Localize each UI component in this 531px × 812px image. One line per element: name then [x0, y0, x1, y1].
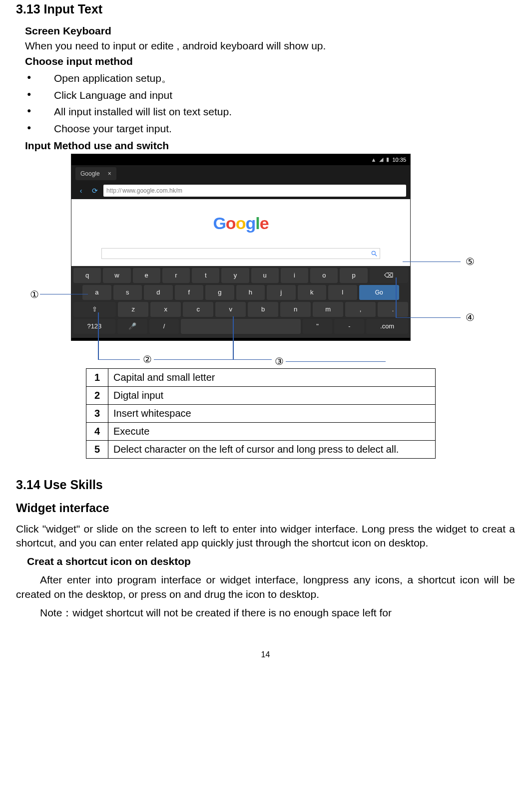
page-number: 14 [16, 650, 515, 659]
section-title-313: 3.13 Input Text [16, 0, 515, 16]
url-input[interactable]: http:// www.google.com.hk/m [103, 185, 406, 197]
key-e[interactable]: e [133, 268, 160, 283]
key-o[interactable]: o [310, 268, 338, 283]
table-row: 1 Capital and small letter [86, 368, 436, 386]
para-note: Note：widget shortcut will not be created… [16, 606, 515, 620]
key-n[interactable]: n [280, 302, 311, 317]
url-text: www.google.com.hk/m [122, 187, 182, 194]
callout-line [233, 359, 272, 360]
key-h[interactable]: h [236, 285, 265, 300]
key-g[interactable]: g [205, 285, 234, 300]
status-time: 10:35 [392, 157, 406, 163]
callout-line [98, 312, 99, 359]
key-b[interactable]: b [248, 302, 278, 317]
key-dash[interactable]: - [334, 319, 364, 334]
close-icon[interactable]: × [108, 170, 111, 177]
key-v[interactable]: v [215, 302, 246, 317]
legend-num: 3 [86, 404, 108, 422]
key-a[interactable]: a [82, 285, 111, 300]
key-c[interactable]: c [183, 302, 213, 317]
key-z[interactable]: z [118, 302, 148, 317]
key-l[interactable]: l [328, 285, 357, 300]
callout-line [154, 359, 239, 360]
bullet-item: Choose your target input. [25, 121, 515, 136]
key-u[interactable]: u [251, 268, 279, 283]
key-mic[interactable]: 🎤 [117, 319, 147, 334]
back-icon[interactable]: ‹ [75, 185, 86, 196]
key-x[interactable]: x [150, 302, 181, 317]
key-comma[interactable]: , [345, 302, 376, 317]
key-y[interactable]: y [221, 268, 249, 283]
para-shortcut: After enter into program interface or wi… [16, 573, 515, 602]
legend-text: Capital and small letter [108, 368, 436, 386]
key-s[interactable]: s [113, 285, 142, 300]
callout-line [286, 361, 386, 362]
key-symbols[interactable]: ?123 [73, 319, 115, 334]
key-k[interactable]: k [298, 285, 327, 300]
signal-icon: ◢ [379, 156, 383, 163]
key-slash[interactable]: / [149, 319, 179, 334]
battery-icon: ▮ [386, 156, 389, 163]
legend-num: 4 [86, 422, 108, 440]
key-dotcom[interactable]: .com [366, 319, 408, 334]
key-j[interactable]: j [267, 285, 296, 300]
bullet-item: Click Language and input [25, 88, 515, 103]
wifi-icon: ▲ [371, 157, 377, 163]
bullet-item: Open application setup。 [25, 71, 515, 86]
key-f[interactable]: f [175, 285, 204, 300]
key-shift[interactable]: ⇧ [73, 302, 116, 317]
key-r[interactable]: r [162, 268, 190, 283]
callout-1: ① [30, 288, 39, 300]
key-q[interactable]: q [73, 268, 101, 283]
key-i[interactable]: i [281, 268, 308, 283]
android-screenshot: ▲ ◢ ▮ 10:35 Google × ‹ ⟳ http:// www.goo… [71, 154, 411, 341]
para-widget: Click "widget" or slide on the screen to… [16, 522, 515, 551]
callout-line [403, 262, 461, 263]
callout-line [396, 277, 397, 317]
search-icon [371, 250, 378, 257]
heading-screen-keyboard: Screen Keyboard [25, 23, 515, 38]
legend-num: 2 [86, 386, 108, 404]
refresh-icon[interactable]: ⟳ [89, 185, 100, 196]
callout-line [98, 359, 140, 360]
heading-create-shortcut: Creat a shortcut icon on desktop [16, 554, 515, 569]
heading-input-switch: Input Method use and switch [25, 138, 515, 153]
onscreen-keyboard: q w e r t y u i o p ⌫ a s d f g [71, 266, 410, 338]
table-row: 5 Delect character on the left of cursor… [86, 440, 436, 458]
key-backspace[interactable]: ⌫ [370, 268, 408, 283]
para-screen-keyboard: When you need to input or edite , androi… [25, 38, 515, 53]
svg-line-1 [375, 254, 377, 256]
key-space[interactable] [181, 319, 300, 334]
browser-tab[interactable]: Google × [75, 167, 116, 180]
legend-table: 1 Capital and small letter 2 Digtal inpu… [86, 368, 436, 459]
table-row: 3 Insert whitespace [86, 404, 436, 422]
key-w[interactable]: w [103, 268, 130, 283]
key-d[interactable]: d [144, 285, 173, 300]
url-prefix: http:// [106, 187, 121, 194]
section-title-314: 3.14 Use Skills [16, 476, 515, 492]
callout-2: ② [143, 353, 152, 365]
table-row: 2 Digtal input [86, 386, 436, 404]
figure-keyboard-screenshot: ▲ ◢ ▮ 10:35 Google × ‹ ⟳ http:// www.goo… [16, 154, 515, 368]
bullet-item: All input installed will list on text se… [25, 104, 515, 119]
key-p[interactable]: p [340, 268, 367, 283]
search-input[interactable] [101, 248, 380, 259]
page-content: Google [71, 199, 410, 248]
key-go[interactable]: Go [359, 285, 400, 300]
legend-num: 1 [86, 368, 108, 386]
legend-text: Delect character on the left of cursor a… [108, 440, 436, 458]
callout-line [233, 316, 234, 359]
key-m[interactable]: m [313, 302, 343, 317]
heading-widget-interface: Widget interface [16, 499, 515, 515]
legend-text: Insert whitespace [108, 404, 436, 422]
legend-num: 5 [86, 440, 108, 458]
heading-choose-input: Choose input method [25, 54, 515, 69]
key-t[interactable]: t [192, 268, 219, 283]
table-row: 4 Execute [86, 422, 436, 440]
google-logo: Google [213, 214, 268, 233]
callout-line [40, 294, 88, 295]
key-quote[interactable]: " [303, 319, 333, 334]
callout-5: ⑤ [466, 256, 475, 268]
key-period[interactable]: . [378, 302, 408, 317]
legend-text: Execute [108, 422, 436, 440]
